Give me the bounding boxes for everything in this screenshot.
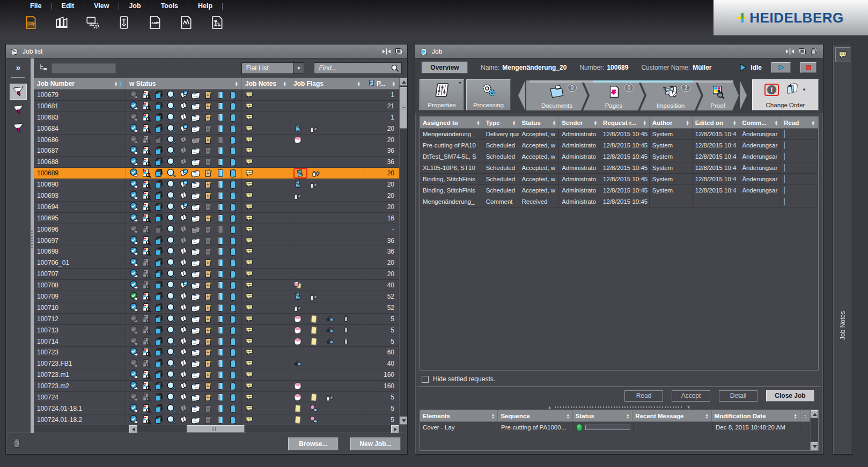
job-row-100695[interactable]: 100695 16	[34, 213, 399, 224]
stop-button[interactable]	[800, 62, 816, 73]
tab-properties[interactable]: ▼Properties	[420, 79, 464, 110]
job-row-100690[interactable]: 100690 20	[34, 179, 399, 190]
sort-icon[interactable]: ▲▼	[112, 81, 117, 86]
job-row-100724.01-18.2[interactable]: 100724.01-18.2 5	[34, 414, 399, 425]
chevron-down-icon[interactable]: ▼	[458, 81, 462, 85]
menu-view[interactable]: View	[84, 1, 119, 11]
request-row[interactable]: Binding, StitchFinisScheduledAccepted, w…	[420, 174, 818, 185]
path-box[interactable]	[52, 63, 116, 73]
request-row[interactable]: Mengenänderung_Delivery quaAccepted, wAd…	[420, 129, 818, 140]
workflow-doc-icon[interactable]	[208, 14, 226, 31]
menu-job[interactable]: Job	[119, 1, 150, 11]
element-row[interactable]: Cover - Lay Pre-cutting of PA1000... Dec…	[420, 422, 810, 433]
report-doc-icon[interactable]	[177, 14, 195, 31]
scroll-up-button[interactable]	[811, 410, 818, 418]
chevron-down-icon[interactable]: ▼	[802, 87, 806, 92]
tab-processing[interactable]: Processing	[466, 79, 511, 110]
sort-icon[interactable]: ▲▼	[550, 120, 556, 125]
sort-icon[interactable]: ▲▼	[355, 81, 361, 86]
scroll-down-button[interactable]	[400, 417, 407, 425]
tab-imposition[interactable]: 2Imposition	[640, 80, 701, 110]
job-row-100723.m2[interactable]: 100723.m2 160	[34, 381, 399, 392]
sort-icon[interactable]: ▲▼	[281, 81, 286, 86]
job-row-100724.01-18.1[interactable]: 100724.01-18.1 5	[34, 403, 399, 414]
sort-icon[interactable]: ▲▼	[641, 120, 646, 125]
sort-icon[interactable]: ▲▼	[592, 120, 597, 125]
read-checkbox[interactable]	[784, 130, 785, 138]
job-row-100689[interactable]: 100689 20	[34, 168, 399, 179]
column-header-job-notes[interactable]: Job Notes▲▼	[242, 78, 290, 89]
detail-button[interactable]: Detail	[719, 390, 757, 402]
column-header-comm-[interactable]: Comm...▲▼	[739, 117, 781, 128]
collapse-panel-icon[interactable]	[786, 48, 794, 55]
chevron-down-icon[interactable]: ▼	[293, 63, 304, 73]
job-row-100688[interactable]: 100688 36	[34, 157, 399, 168]
column-header-sender[interactable]: Sender▲▼	[559, 117, 600, 128]
request-row[interactable]: Mengenänderung_CommentReceivedAdministra…	[420, 196, 818, 207]
column-header-recent-message[interactable]: Recent Message▲▼	[632, 410, 711, 421]
column-header-read[interactable]: Read▲▼	[781, 117, 818, 128]
requests-table-header[interactable]: Assigned to▲▼Type▲▼Status▲▼Sender▲▼Reque…	[420, 117, 818, 129]
column-header-pages[interactable]: P...▲▼	[364, 78, 399, 89]
menu-help[interactable]: Help	[188, 1, 222, 11]
job-row-100686[interactable]: 100686 20	[34, 135, 399, 146]
job-row-100723[interactable]: 100723 60	[34, 347, 399, 358]
device-transfer-icon[interactable]	[115, 14, 133, 31]
sort-icon[interactable]: ▲▼	[489, 413, 495, 419]
job-row-100681[interactable]: 100681 21	[34, 101, 399, 112]
float-panel-icon[interactable]	[810, 48, 819, 55]
tab-documents[interactable]: 0Documents	[526, 80, 587, 110]
sort-icon[interactable]: ▲▼	[510, 120, 516, 125]
scroll-right-button[interactable]	[391, 425, 399, 433]
columns-icon[interactable]	[53, 14, 71, 31]
request-row[interactable]: XL105-10P6, ST10ScheduledAccepted, wAdmi…	[420, 162, 818, 174]
request-row[interactable]: Binding, StitchFinisScheduledAccepted, w…	[420, 185, 818, 196]
job-row-100698[interactable]: 100698 36	[34, 246, 399, 257]
overview-button[interactable]: Overview	[422, 62, 468, 73]
column-header-request-r-[interactable]: Request r...▲▼	[600, 117, 650, 128]
scrollbar-thumb[interactable]	[187, 425, 245, 433]
dock-panel-icon[interactable]	[798, 48, 806, 55]
scroll-left-button[interactable]	[129, 425, 137, 433]
column-header-assigned-to[interactable]: Assigned to▲▼	[420, 117, 483, 128]
column-header-modification-date[interactable]: Modification Date▲▼	[712, 410, 800, 421]
job-row-100694[interactable]: 100694 20	[34, 202, 399, 213]
job-row-100696[interactable]: 100696 -	[34, 224, 399, 235]
flow-scroll-left-button[interactable]	[518, 80, 525, 110]
job-table-horizontal-scrollbar[interactable]	[34, 425, 399, 433]
tab-change-order[interactable]: !▼Change Order	[752, 79, 819, 110]
tab-pages[interactable]: 0Pages	[583, 80, 644, 110]
read-checkbox[interactable]	[784, 164, 785, 172]
dock-panel-icon[interactable]	[394, 48, 403, 55]
collapse-panel-icon[interactable]	[382, 48, 391, 55]
sort-icon[interactable]: ▲▼	[683, 120, 689, 125]
start-button[interactable]	[771, 62, 791, 73]
read-checkbox[interactable]	[784, 187, 785, 194]
hide-settled-checkbox[interactable]	[422, 376, 429, 383]
job-row-100707[interactable]: 100707 20	[34, 269, 399, 280]
job-row-100693[interactable]: 100693 20	[34, 190, 399, 202]
panel-splitter[interactable]: ▲▼	[415, 404, 823, 410]
abc-import-doc-icon[interactable]: ABC	[146, 14, 164, 31]
read-checkbox[interactable]	[784, 142, 785, 149]
sort-icon[interactable]: ▲▼	[703, 413, 708, 419]
column-header-author[interactable]: Author▲▼	[650, 117, 693, 128]
sort-icon[interactable]: ▲▼	[773, 120, 778, 125]
scrollbar-thumb[interactable]	[400, 87, 407, 129]
close-job-button[interactable]: Close Job	[766, 390, 814, 402]
sort-icon[interactable]: ▲▼	[792, 413, 797, 419]
browse-button[interactable]: Browse...	[288, 438, 339, 450]
sort-icon[interactable]: ▲▼	[474, 120, 480, 125]
read-checkbox[interactable]	[784, 153, 785, 160]
elements-table-header[interactable]: Elements▲▼Sequence▲▼Status▲▼Recent Messa…	[420, 410, 810, 422]
sort-icon[interactable]: ▲▼	[810, 120, 815, 125]
column-header-job-flags[interactable]: Job Flags▲▼	[290, 78, 364, 89]
scroll-down-button[interactable]	[811, 442, 818, 450]
job-row-100723.m1[interactable]: 100723.m1 160	[34, 369, 399, 381]
job-table-vertical-scrollbar[interactable]	[399, 78, 407, 425]
job-row-100706_01[interactable]: 100706_01 20	[34, 257, 399, 269]
column-header-status[interactable]: w Status▲▼	[126, 78, 242, 89]
column-header-edited-on[interactable]: Edited on▲▼	[693, 117, 740, 128]
job-notes-icon[interactable]	[835, 47, 850, 62]
menu-tools[interactable]: Tools	[151, 1, 188, 11]
